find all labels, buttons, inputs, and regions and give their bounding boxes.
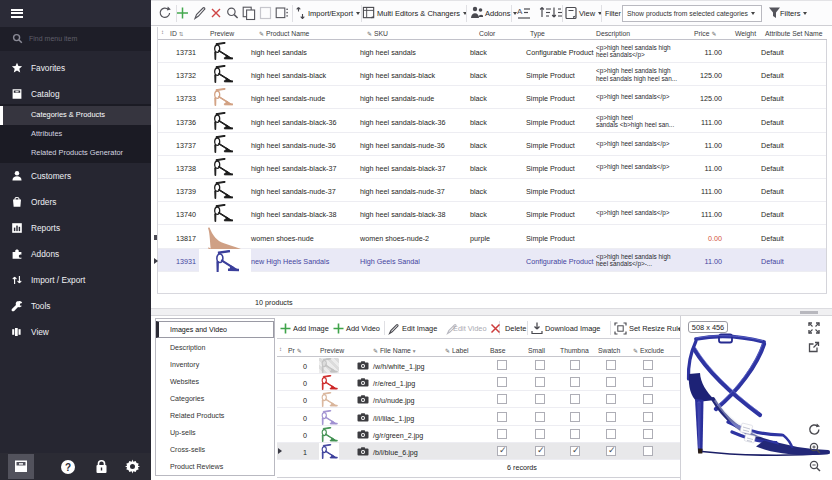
svg-text:A: A — [517, 7, 523, 16]
svg-text:?: ? — [65, 462, 71, 473]
